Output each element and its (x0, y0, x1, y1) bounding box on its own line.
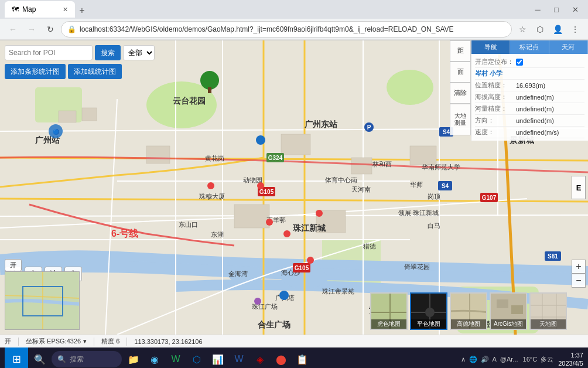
close-button[interactable]: ✕ (567, 1, 583, 18)
taskbar-word[interactable]: W (166, 350, 185, 368)
taskbar-app5[interactable]: 📊 (208, 350, 227, 368)
draw-buttons: 添加条形统计图 添加线统计图 (5, 64, 122, 79)
browser-chrome: 🗺 Map ✕ + ─ □ ✕ ← → ↻ 🔒 localhost:63342/… (0, 0, 588, 40)
status-coordinates: 113.330173, 23.162106 (134, 338, 202, 345)
svg-text:珠江新城: 珠江新城 (292, 223, 326, 233)
svg-text:合生广场: 合生广场 (257, 320, 290, 329)
panel-tab-navigation[interactable]: 导航 (471, 40, 510, 54)
search-input[interactable] (5, 45, 93, 60)
tray-arrow[interactable]: ∧ (461, 356, 466, 363)
taskbar-search-bar[interactable]: 🔍 搜索 (52, 351, 122, 367)
svg-point-79 (316, 210, 323, 217)
geodesic-tool-button[interactable]: 大地测量 (450, 104, 471, 135)
address-text: localhost:63342/WebGIS/oldemo/demos/GaoM… (80, 25, 505, 33)
taskbar-search-icon-inner: 🔍 (57, 355, 66, 363)
distance-tool-button[interactable]: 距 (450, 40, 471, 62)
location-checkbox[interactable] (516, 59, 523, 66)
tray-volume[interactable]: 🔊 (481, 356, 489, 363)
tile-arcgis[interactable]: ArcGis地图 (490, 292, 527, 330)
menu-icon[interactable]: ⋮ (567, 21, 583, 38)
crs-label: 坐标系 EPSG:4326 (26, 337, 81, 346)
back-button[interactable]: ← (5, 21, 21, 38)
svg-text:G105: G105 (295, 265, 309, 271)
svg-text:金海湾: 金海湾 (228, 270, 248, 277)
altitude-label: 海拔高度： (475, 93, 516, 101)
svg-text:天河南: 天河南 (351, 186, 371, 193)
svg-text:珠江帝景苑: 珠江帝景苑 (322, 288, 354, 295)
village-label: 岑村 小学 (475, 69, 502, 78)
svg-rect-100 (497, 299, 508, 308)
panel-tab-marker[interactable]: 标记点 (510, 40, 549, 54)
minimize-button[interactable]: ─ (529, 1, 546, 18)
zoom-out-button[interactable]: − (572, 274, 586, 288)
accuracy-label: 位置精度： (475, 81, 516, 90)
tab-close-btn[interactable]: ✕ (63, 6, 68, 13)
e-button[interactable]: E (572, 176, 586, 199)
add-line-chart-button[interactable]: 添加线统计图 (68, 64, 122, 79)
active-tab[interactable]: 🗺 Map ✕ (5, 1, 75, 18)
add-bar-chart-button[interactable]: 添加条形统计图 (5, 64, 66, 79)
weather-condition: 多云 (541, 355, 553, 364)
map-container[interactable]: 云台花园 广州东站 广州站 景新城 华南师范大学 珠江新城 天河南 体育中心南 … (0, 40, 588, 335)
address-bar[interactable]: 🔒 localhost:63342/WebGIS/oldemo/demos/Ga… (61, 21, 512, 38)
svg-text:G324: G324 (268, 155, 283, 161)
tile-husecolor-label: 虎色地图 (371, 319, 406, 329)
svg-text:广州东站: 广州东站 (304, 120, 338, 129)
area-tool-button[interactable]: 面 (450, 62, 471, 83)
tile-gaode[interactable]: 高德地图 (450, 292, 487, 330)
status-bar: 开 坐标系 EPSG:4326 ▾ 精度 6 113.330173, 23.16… (0, 335, 588, 347)
mini-map-toggle[interactable]: 开 (5, 259, 22, 271)
extension-icon[interactable]: ⬡ (532, 21, 548, 38)
tile-gaode-label: 高德地图 (451, 319, 486, 329)
svg-rect-23 (82, 108, 97, 121)
tile-flatcolor[interactable]: 平色地图 (410, 292, 447, 330)
temperature: 16°C (523, 356, 538, 363)
tile-selector: 虎色地图 平色地图 高德地图 ArcGi (370, 292, 567, 330)
svg-text:东湖: 东湖 (211, 231, 224, 238)
svg-point-97 (425, 308, 435, 317)
accuracy-value: 16.693(m) (516, 82, 545, 89)
new-tab-button[interactable]: + (75, 4, 89, 18)
tray-ime[interactable]: A (493, 356, 497, 363)
svg-point-76 (207, 182, 214, 189)
bookmark-icon[interactable]: ☆ (514, 21, 531, 38)
svg-text:倚翠花园: 倚翠花园 (404, 263, 430, 270)
svg-text:S4: S4 (443, 129, 450, 135)
taskbar-word2[interactable]: W (230, 350, 248, 368)
panel-row-altitude: 海拔高度： undefined(m) (475, 91, 584, 103)
taskbar-search-icon[interactable]: 🔍 (30, 350, 49, 368)
search-button[interactable]: 搜索 (95, 45, 121, 60)
tile-tianditu[interactable]: 天地图 (529, 292, 567, 330)
river-value: undefined(m) (516, 105, 554, 113)
taskbar-file-manager[interactable]: 📁 (124, 350, 143, 368)
svg-rect-25 (281, 134, 310, 155)
clear-tool-button[interactable]: 清除 (450, 83, 471, 104)
taskbar-app6[interactable]: ◈ (251, 350, 269, 368)
forward-button[interactable]: → (23, 21, 40, 38)
taskbar-app7[interactable]: 📋 (293, 350, 312, 368)
maximize-button[interactable]: □ (548, 1, 565, 18)
zoom-in-button[interactable]: + (572, 260, 586, 274)
svg-text:猎德: 猎德 (363, 243, 376, 250)
clock-date: 2023/4/5 (558, 359, 583, 367)
clock[interactable]: 1:37 2023/4/5 (558, 351, 583, 368)
profile-icon[interactable]: 👤 (549, 21, 566, 38)
panel-tab-tianhe[interactable]: 天河 (549, 40, 588, 54)
svg-text:岗顶: 岗顶 (428, 193, 440, 200)
taskbar-chrome[interactable]: ⬤ (272, 350, 290, 368)
start-button[interactable]: ⊞ (5, 347, 28, 368)
tray-network[interactable]: 🌐 (469, 356, 477, 363)
tile-husecolor[interactable]: 虎色地图 (370, 292, 408, 330)
taskbar-browser[interactable]: ◉ (145, 350, 164, 368)
crs-dropdown-icon[interactable]: ▾ (83, 338, 87, 345)
panel-row-river: 河量精度： undefined(m) (475, 103, 584, 115)
svg-point-80 (266, 219, 273, 226)
taskbar-vscode[interactable]: ⬡ (187, 350, 206, 368)
direction-value: undefined(m) (516, 117, 554, 124)
precision-label: 精度 6 (101, 337, 119, 346)
altitude-value: undefined(m) (516, 94, 554, 101)
svg-text:S4: S4 (442, 183, 449, 189)
svg-text:P: P (367, 124, 371, 131)
category-select[interactable]: 全部 (123, 45, 155, 60)
reload-button[interactable]: ↻ (42, 21, 59, 38)
